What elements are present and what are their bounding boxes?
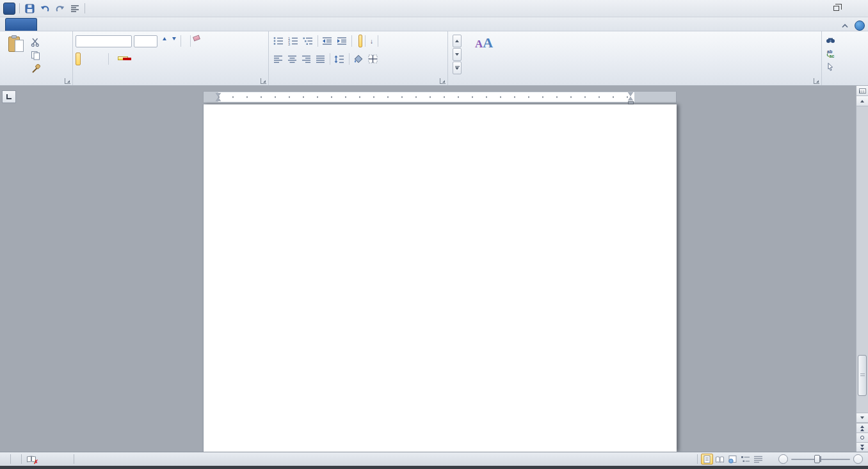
zoom-slider-handle[interactable] [814,455,820,463]
align-right-button[interactable] [300,53,313,65]
cut-button[interactable] [29,36,44,48]
divider [378,35,378,47]
divider [330,53,330,65]
zoom-in-button[interactable] [853,454,863,464]
replace-button[interactable]: abac [826,47,867,60]
vertical-scrollbar[interactable] [856,86,868,452]
minimize-button[interactable] [808,2,826,15]
styles-scroll-down-button[interactable] [453,48,462,61]
word-logo-icon[interactable] [3,3,15,15]
tab-stop-selector[interactable] [2,90,16,103]
align-center-button[interactable] [285,53,299,65]
line-spacing-button[interactable] [332,53,346,65]
borders-button[interactable] [366,53,380,65]
undo-icon [40,4,50,13]
increase-indent-button[interactable] [335,35,349,47]
proofing-status-icon[interactable]: ✗ [27,456,36,463]
shrink-font-button[interactable] [169,35,179,47]
print-layout-view-button[interactable] [701,454,713,465]
select-browse-object-button[interactable] [856,432,868,442]
subscript-button[interactable] [96,53,101,65]
find-button[interactable] [826,33,867,46]
zoom-slider[interactable] [791,454,850,464]
draft-view-button[interactable] [752,454,764,465]
change-case-button[interactable] [183,35,188,47]
copy-button[interactable] [29,49,44,62]
change-styles-button[interactable]: AA [465,33,502,76]
styles-group: AA [448,31,822,85]
highlight-button[interactable] [116,53,121,65]
scrollbar-thumb[interactable] [858,355,867,396]
replace-icon: abac [826,49,835,58]
show-paragraph-marks-button[interactable] [380,35,384,47]
collapse-ribbon-button[interactable] [839,21,851,30]
styles-dialog-launcher[interactable] [814,78,819,84]
tab-file[interactable] [5,18,37,31]
next-page-button[interactable] [856,442,868,452]
clear-formatting-button[interactable] [193,35,198,47]
zoom-slider-center-tick [820,456,821,462]
browse-object-icon [860,436,864,440]
text-effects-button[interactable] [111,53,116,65]
superscript-button[interactable] [101,53,106,65]
document-area [0,86,868,452]
svg-text:ab: ab [827,49,832,54]
font-dialog-launcher[interactable] [261,78,266,84]
justify-lines-icon[interactable] [69,2,81,15]
close-button[interactable] [846,2,864,15]
web-layout-view-button[interactable] [727,454,739,465]
rtl-direction-button[interactable] [358,35,362,47]
scrollbar-track[interactable] [856,106,868,427]
shading-button[interactable] [351,53,366,65]
decrease-indent-button[interactable] [320,35,334,47]
restore-icon [833,6,839,11]
divider [349,53,350,65]
styles-gallery-expand-button[interactable] [453,62,462,74]
document-page[interactable] [203,104,677,452]
justify-icon [316,55,325,63]
font-size-select[interactable] [134,35,157,47]
select-button[interactable] [826,60,867,73]
outline-view-button[interactable] [739,454,751,465]
help-button[interactable] [855,21,865,31]
italic-button[interactable] [81,53,86,65]
web-layout-icon [728,455,737,464]
grow-font-button[interactable] [159,35,169,47]
divider [19,3,20,13]
numbering-button[interactable]: 123 [286,35,300,47]
scroll-up-button[interactable] [856,96,868,106]
styles-gallery-scroll [453,35,462,76]
ltr-direction-button[interactable] [354,35,358,47]
save-button[interactable] [24,2,36,15]
multilevel-list-button[interactable] [301,35,315,47]
customize-qat-button[interactable] [89,2,92,15]
redo-button[interactable] [54,2,67,15]
divider [10,454,11,464]
align-left-button[interactable] [271,53,285,65]
outline-view-icon [741,455,750,464]
triangle-down-icon [172,37,176,40]
paragraph-dialog-launcher[interactable] [440,78,446,84]
previous-page-button[interactable] [856,423,868,432]
underline-button[interactable] [86,53,91,65]
full-screen-reading-view-button[interactable] [714,454,726,465]
undo-button[interactable] [38,2,51,15]
restore-button[interactable] [827,2,845,15]
styles-scroll-up-button[interactable] [453,35,462,47]
zoom-out-button[interactable] [778,454,788,464]
strikethrough-button[interactable] [91,53,96,65]
bullets-button[interactable] [271,35,285,47]
right-indent-marker[interactable] [216,93,221,101]
sort-button[interactable]: ↓ [367,35,375,47]
clipboard-dialog-launcher[interactable] [65,78,70,84]
paste-button[interactable] [3,33,29,76]
bold-button[interactable] [76,53,81,65]
ruler-active-area [218,92,634,102]
view-ruler-toggle-button[interactable] [856,86,868,96]
font-name-select[interactable] [76,35,132,47]
first-line-indent-marker[interactable] [628,92,634,104]
horizontal-ruler[interactable] [203,91,677,103]
justify-button[interactable] [314,53,327,65]
format-painter-button[interactable] [29,63,44,75]
scroll-down-button[interactable] [856,413,868,423]
